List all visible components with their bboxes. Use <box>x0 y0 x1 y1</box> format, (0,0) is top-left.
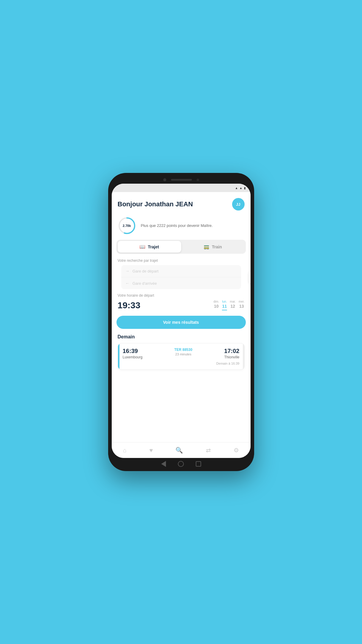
settings-icon: ⚙ <box>234 447 239 454</box>
tab-trajet[interactable]: 📖 Trajet <box>118 241 181 253</box>
phone-top-notch <box>112 177 251 184</box>
avatar-initials: JJ <box>236 202 240 207</box>
points-value: 2.78k <box>123 224 131 227</box>
progress-circle: 2.78k <box>118 216 136 235</box>
day-lun-num: 11 <box>222 304 227 309</box>
card-arrival: 17:02 Thionville <box>224 348 239 359</box>
status-bar: ▲ ▲ ▮ <box>112 184 251 192</box>
app-header: Bonjour Jonathan JEAN JJ <box>112 192 251 215</box>
tab-trajet-label: Trajet <box>148 244 159 249</box>
card-train-number: TER 88530 <box>174 348 192 352</box>
tab-train-label: Train <box>212 244 222 249</box>
nav-search[interactable]: 🔍 <box>172 445 187 455</box>
departure-time[interactable]: 19:33 <box>118 300 142 310</box>
trajet-icon: 📖 <box>139 244 145 250</box>
trips-icon: ⇄ <box>206 447 211 454</box>
day-lun[interactable]: lun. 11 <box>222 300 227 310</box>
card-departure-station: Luxembourg <box>123 355 143 359</box>
phone-bottom-bar <box>112 458 251 469</box>
home-button[interactable] <box>178 461 184 467</box>
search-section-label: Votre recherche par trajet <box>112 257 251 265</box>
results-title: Demain <box>118 334 245 340</box>
tabs-container: 📖 Trajet 🚃 Train <box>116 240 246 254</box>
input-wrapper: → Gare de départ ← Gare d'arrivée ↻ <box>116 265 246 289</box>
day-mer-name: mer. <box>239 300 244 303</box>
departure-input-row[interactable]: → Gare de départ <box>121 265 241 277</box>
day-dim-name: dim. <box>214 300 219 303</box>
points-message: Plus que 2222 points pour devenir Maître… <box>141 223 213 228</box>
card-arrival-time: 17:02 <box>224 348 239 354</box>
points-section: 2.78k Plus que 2222 points pour devenir … <box>112 215 251 240</box>
wifi-icon: ▲ <box>235 186 238 190</box>
status-bar-icons: ▲ ▲ ▮ <box>235 186 246 190</box>
heart-icon: ♥ <box>149 447 153 454</box>
phone-sensor <box>197 179 199 181</box>
back-button[interactable] <box>161 461 166 467</box>
signal-icon: ▲ <box>240 186 243 190</box>
days-selector: dim. 10 lun. 11 mar. 12 mer. 13 <box>147 300 245 310</box>
avatar[interactable]: JJ <box>232 198 245 210</box>
day-mer-num: 13 <box>239 304 244 309</box>
results-section: Demain 16:39 Luxembourg TER 88530 23 min… <box>112 329 251 372</box>
nav-home[interactable]: ⌂ <box>119 446 130 455</box>
day-lun-name: lun. <box>222 300 227 303</box>
refresh-button[interactable]: ↻ <box>249 271 251 284</box>
tab-train[interactable]: 🚃 Train <box>181 241 245 253</box>
day-mer[interactable]: mer. 13 <box>239 300 244 310</box>
day-active-underline <box>222 310 227 310</box>
home-icon: ⌂ <box>123 447 127 454</box>
day-mar[interactable]: mar. 12 <box>230 300 236 310</box>
card-note: Demain à 16:39 <box>123 362 240 365</box>
arrival-placeholder: Gare d'arrivée <box>133 281 237 286</box>
card-departure: 16:39 Luxembourg <box>123 348 143 359</box>
arrival-arrow-icon: ← <box>125 281 130 286</box>
card-left-accent <box>118 343 119 369</box>
nav-favorites[interactable]: ♥ <box>146 446 156 455</box>
recents-button[interactable] <box>196 461 201 467</box>
departure-placeholder: Gare de départ <box>133 269 237 273</box>
card-arrival-station: Thionville <box>224 355 240 359</box>
train-card[interactable]: 16:39 Luxembourg TER 88530 23 minutes 17… <box>118 343 245 370</box>
battery-icon: ▮ <box>244 186 246 190</box>
departure-label: Votre horaire de départ <box>112 289 251 300</box>
phone-speaker <box>171 179 192 181</box>
search-icon: 🔍 <box>175 447 183 454</box>
card-departure-time: 16:39 <box>123 348 143 354</box>
day-dim[interactable]: dim. 10 <box>214 300 219 310</box>
day-mar-num: 12 <box>231 304 235 309</box>
phone-device: ▲ ▲ ▮ Bonjour Jonathan JEAN JJ <box>108 173 254 471</box>
nav-trips[interactable]: ⇄ <box>202 445 215 455</box>
departure-arrow-icon: → <box>125 269 130 273</box>
day-mar-name: mar. <box>230 300 236 303</box>
day-dim-num: 10 <box>214 304 219 309</box>
search-results-button[interactable]: Voir mes résultats <box>116 316 246 329</box>
card-right-accent <box>243 343 244 369</box>
card-main-row: 16:39 Luxembourg TER 88530 23 minutes 17… <box>123 348 240 359</box>
front-camera <box>163 178 166 181</box>
station-inputs: → Gare de départ ← Gare d'arrivée <box>121 265 241 289</box>
card-center-info: TER 88530 23 minutes <box>174 348 192 356</box>
greeting-text: Bonjour Jonathan JEAN <box>118 200 193 208</box>
time-row: 19:33 dim. 10 lun. 11 mar. 12 <box>112 300 251 310</box>
phone-screen: ▲ ▲ ▮ Bonjour Jonathan JEAN JJ <box>112 184 251 458</box>
arrival-input-row[interactable]: ← Gare d'arrivée <box>121 277 241 289</box>
train-icon: 🚃 <box>203 244 209 250</box>
card-duration: 23 minutes <box>175 352 191 356</box>
nav-settings[interactable]: ⚙ <box>230 445 243 455</box>
bottom-navigation: ⌂ ♥ 🔍 ⇄ ⚙ <box>112 442 251 458</box>
app-content: Bonjour Jonathan JEAN JJ 2.78k Plus que … <box>112 192 251 458</box>
